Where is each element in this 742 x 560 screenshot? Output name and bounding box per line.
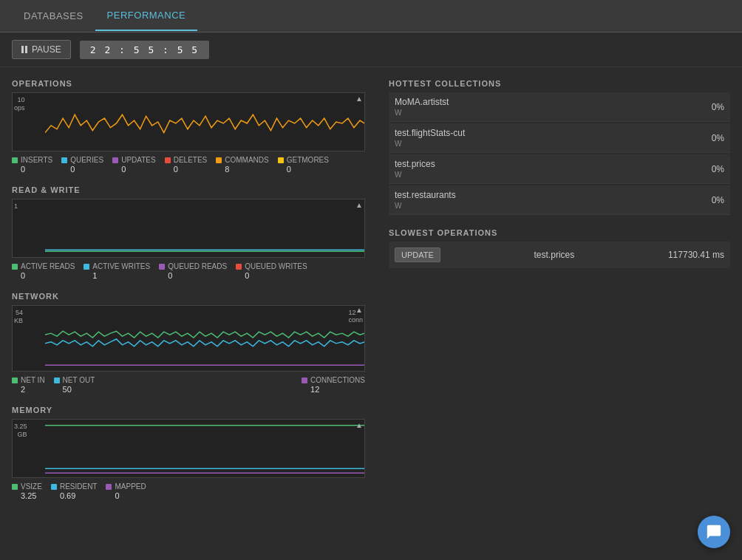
left-panel: OPERATIONS 10ops ▲ INSERTS	[0, 67, 377, 560]
collection-pct-2: 0%	[712, 164, 724, 174]
memory-title: MEMORY	[12, 406, 365, 414]
op-time-0: 117730.41 ms	[668, 250, 724, 260]
active-reads-color	[12, 264, 18, 270]
operations-legend: INSERTS 0 QUERIES 0 UPDATES 0	[12, 156, 365, 174]
net-in-color	[12, 378, 18, 383]
collection-name-1: test.flightStats-cut	[395, 128, 465, 138]
network-y-label-left: 54KB	[14, 309, 23, 325]
hottest-collections-section: HOTTEST COLLECTIONS MoMA.artistst W 0% t…	[389, 79, 730, 216]
deletes-color	[165, 157, 171, 163]
getmores-color	[278, 157, 284, 163]
collection-tag-3: W	[395, 202, 456, 210]
operations-section: OPERATIONS 10ops ▲ INSERTS	[12, 79, 365, 174]
collection-info-1: test.flightStats-cut W	[395, 128, 465, 148]
collection-item-1: test.flightStats-cut W 0%	[389, 123, 730, 153]
pause-button[interactable]: PAUSE	[12, 40, 71, 59]
hottest-collections-title: HOTTEST COLLECTIONS	[389, 79, 730, 88]
read-write-legend: ACTIVE READS 0 ACTIVE WRITES 1 QUEUED RE…	[12, 262, 365, 280]
collection-name-2: test.prices	[395, 159, 435, 169]
collection-tag-1: W	[395, 140, 465, 148]
queries-color	[61, 157, 67, 163]
chat-icon	[706, 524, 722, 540]
legend-deletes: DELETES 0	[165, 156, 208, 174]
legend-active-writes: ACTIVE WRITES 1	[84, 262, 150, 280]
operations-chart-area	[45, 93, 364, 151]
memory-chart: 3.25GB ▲	[12, 419, 365, 478]
legend-queries: QUERIES 0	[61, 156, 103, 174]
commands-color	[216, 157, 222, 163]
memory-y-label: 3.25GB	[14, 423, 27, 439]
collection-info-2: test.prices W	[395, 159, 435, 179]
inserts-color	[12, 157, 18, 163]
main-content: OPERATIONS 10ops ▲ INSERTS	[0, 67, 742, 560]
legend-net-out: NET OUT 50	[54, 376, 95, 394]
legend-active-reads: ACTIVE READS 0	[12, 262, 75, 280]
active-writes-color	[84, 264, 89, 270]
collections-list: MoMA.artistst W 0% test.flightStats-cut …	[389, 92, 730, 215]
legend-net-in: NET IN 2	[12, 376, 45, 394]
network-chart: 54KB 12conn ▲	[12, 305, 365, 372]
collection-item-0: MoMA.artistst W 0%	[389, 92, 730, 122]
network-chart-area	[45, 306, 364, 371]
expand-icon[interactable]: ▲	[355, 95, 363, 103]
collection-name-0: MoMA.artistst	[395, 97, 449, 107]
legend-queued-reads: QUEUED READS 0	[159, 262, 227, 280]
collection-info-0: MoMA.artistst W	[395, 97, 449, 117]
collection-tag-2: W	[395, 171, 435, 179]
collection-info-3: test.restaurants W	[395, 190, 456, 210]
memory-section: MEMORY 3.25GB ▲	[12, 406, 365, 500]
operations-title: OPERATIONS	[12, 79, 365, 88]
tab-performance[interactable]: PERFORMANCE	[95, 1, 198, 31]
expand-icon-rw[interactable]: ▲	[355, 201, 363, 209]
collection-tag-0: W	[395, 109, 449, 117]
queued-reads-color	[159, 264, 165, 270]
collection-item-2: test.prices W 0%	[389, 154, 730, 184]
collection-pct-1: 0%	[712, 133, 724, 143]
slowest-operations-title: SLOWEST OPERATIONS	[389, 228, 730, 237]
read-write-section: READ & WRITE 1 ▲ ACTIVE RE	[12, 185, 365, 280]
op-badge-0: UPDATE	[395, 247, 440, 262]
connections-color	[302, 378, 307, 383]
network-legend: NET IN 2 NET OUT 50 CONNECTIONS	[12, 376, 365, 394]
expand-icon-mem[interactable]: ▲	[355, 421, 363, 429]
legend-resident: RESIDENT 0.69	[51, 482, 98, 500]
resident-color	[51, 484, 57, 490]
net-out-color	[54, 378, 60, 383]
expand-icon-net[interactable]: ▲	[355, 306, 363, 314]
queued-writes-color	[236, 264, 242, 270]
network-section: NETWORK 54KB 12conn ▲	[12, 292, 365, 394]
collection-item-3: test.restaurants W 0%	[389, 185, 730, 215]
vsize-color	[12, 484, 18, 490]
mapped-color	[106, 484, 112, 490]
read-write-chart: 1 ▲	[12, 199, 365, 258]
right-panel: HOTTEST COLLECTIONS MoMA.artistst W 0% t…	[377, 67, 742, 560]
slow-op-row-0: UPDATE test.prices 117730.41 ms	[389, 242, 730, 268]
collection-pct-0: 0%	[712, 102, 724, 112]
collection-name-3: test.restaurants	[395, 190, 456, 200]
legend-mapped: MAPPED 0	[106, 482, 146, 500]
legend-updates: UPDATES 0	[112, 156, 156, 174]
slowest-operations-section: SLOWEST OPERATIONS UPDATE test.prices 11…	[389, 228, 730, 268]
collection-pct-3: 0%	[712, 195, 724, 205]
chat-button[interactable]	[698, 516, 730, 548]
tab-databases[interactable]: DATABASES	[12, 1, 95, 30]
network-title: NETWORK	[12, 292, 365, 301]
top-bar: DATABASES PERFORMANCE	[0, 0, 742, 33]
memory-chart-area	[45, 420, 364, 477]
operations-chart: 10ops ▲	[12, 92, 365, 151]
legend-vsize: VSIZE 3.25	[12, 482, 42, 500]
updates-color	[112, 157, 118, 163]
read-write-title: READ & WRITE	[12, 185, 365, 194]
toolbar: PAUSE 2 2 : 5 5 : 5 5	[0, 33, 742, 67]
operations-y-label: 10ops	[14, 96, 25, 112]
read-write-chart-area	[45, 199, 364, 257]
pause-icon	[21, 46, 27, 53]
legend-commands: COMMANDS 8	[216, 156, 268, 174]
read-write-y-label: 1	[14, 202, 18, 211]
op-collection-0: test.prices	[534, 250, 575, 260]
timer-display: 2 2 : 5 5 : 5 5	[80, 41, 209, 59]
pause-label: PAUSE	[32, 44, 61, 55]
legend-queued-writes: QUEUED WRITES 0	[236, 262, 307, 280]
memory-legend: VSIZE 3.25 RESIDENT 0.69 MAPPED	[12, 482, 365, 500]
legend-inserts: INSERTS 0	[12, 156, 52, 174]
